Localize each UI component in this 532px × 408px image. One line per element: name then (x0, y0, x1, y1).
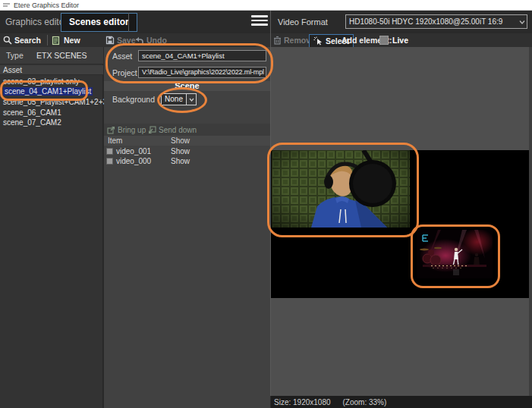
app-icon (3, 2, 11, 8)
project-field[interactable]: V:\Radio_Live\graphics\2022\2022.ml-mpl (138, 67, 266, 78)
save-icon (105, 36, 115, 45)
send-down-icon (148, 126, 156, 134)
background-label: Background (112, 95, 155, 104)
scene-properties-panel: Asset scene_04_CAM1+Playlist Project V:\… (104, 47, 270, 408)
layer-row-video000[interactable]: video_000 Show (104, 156, 270, 166)
scene-section-header: Scene (104, 81, 270, 91)
layer-grid-header: Item Show (104, 136, 270, 146)
titlebar: Etere Graphics Editor (0, 0, 532, 11)
list-item-scene07[interactable]: scene_07_CAM2 (0, 118, 103, 127)
status-size: Size: 1920x1080 (274, 398, 331, 406)
scene-list-panel: Type ETX SCENES Asset scene_03_playlist … (0, 47, 103, 408)
video-format-label: Video Format (278, 11, 328, 33)
layer-name: video_000 (116, 156, 151, 166)
toolbar-divider (47, 35, 48, 46)
asset-label: Asset (112, 52, 132, 61)
window-title: Etere Graphics Editor (14, 2, 79, 9)
send-down-label: Send down (159, 126, 197, 134)
search-label: Search (14, 36, 41, 45)
new-label: New (64, 36, 80, 45)
video-element-playlist-concert[interactable] (417, 230, 493, 278)
scrollbar[interactable] (529, 47, 532, 396)
trash-icon (273, 36, 282, 45)
tab-scenes-editor[interactable]: Scenes editor (61, 13, 137, 32)
background-dropdown[interactable]: None (161, 93, 197, 105)
save-button[interactable]: Save (105, 33, 136, 47)
layer-row-video001[interactable]: video_001 Show (104, 146, 270, 156)
list-item-scene03[interactable]: scene_03_playlist only (0, 77, 103, 86)
status-bar: Size: 1920x1080 (Zoom: 33%) (271, 396, 532, 408)
new-document-icon (52, 36, 61, 46)
undo-icon (134, 36, 144, 45)
video-format-dropdown[interactable]: HD1080-50i HDYC 1920x1080@25.00iT 16:9 (345, 14, 527, 29)
type-value-dropdown[interactable]: ETX SCENES (36, 47, 87, 64)
column-item[interactable]: Item (108, 136, 122, 146)
background-value: None (161, 93, 187, 105)
tab-separator (128, 13, 129, 32)
cursor-select-icon (313, 36, 323, 46)
video-element-cam1-studio[interactable] (272, 150, 410, 228)
bring-up-button[interactable]: Bring up (107, 124, 146, 136)
menu-icon[interactable] (251, 15, 268, 26)
layer-show-toggle[interactable]: Show (171, 156, 190, 166)
save-label: Save (117, 36, 136, 45)
undo-label: Undo (146, 36, 167, 45)
list-item-scene06[interactable]: scene_06_CAM1 (0, 108, 103, 118)
layer-show-toggle[interactable]: Show (171, 146, 190, 156)
chevron-down-icon (518, 17, 527, 27)
undo-button[interactable]: Undo (134, 33, 167, 47)
live-color-swatch[interactable] (379, 36, 389, 45)
layer-toolbar: Bring up Send down (104, 124, 270, 136)
bring-up-label: Bring up (118, 126, 146, 134)
search-icon (3, 36, 12, 45)
column-show[interactable]: Show (171, 136, 190, 146)
send-down-button[interactable]: Send down (148, 124, 197, 136)
panel-divider (270, 11, 271, 396)
layer-checkbox[interactable] (106, 158, 113, 165)
status-zoom: (Zoom: 33%) (343, 398, 387, 406)
live-label: Live (392, 33, 408, 47)
video-format-value: HD1080-50i HDYC 1920x1080@25.00iT 16:9 (349, 17, 518, 26)
type-row: Type ETX SCENES (0, 47, 103, 64)
new-button[interactable]: New (52, 33, 80, 47)
list-item-scene05[interactable]: scene_05_Playlist+CAM1+2+3 (0, 97, 103, 107)
tab-graphics-editor[interactable]: Graphics editor (5, 11, 67, 33)
chevron-down-icon (188, 96, 195, 103)
layer-checkbox[interactable] (106, 148, 113, 155)
list-item-scene04-selected[interactable]: scene_04_CAM1+Playlist (0, 86, 103, 96)
preview-viewport[interactable] (271, 47, 532, 396)
type-label: Type (6, 47, 24, 64)
app-window: Etere Graphics Editor Graphics editor Sc… (0, 0, 532, 408)
bring-up-icon (107, 126, 115, 134)
asset-field[interactable]: scene_04_CAM1+Playlist (138, 50, 266, 61)
search-button[interactable]: Search (3, 33, 41, 47)
layer-name: video_001 (116, 146, 151, 156)
project-label: Project (112, 68, 137, 77)
asset-column-header[interactable]: Asset (0, 65, 103, 75)
